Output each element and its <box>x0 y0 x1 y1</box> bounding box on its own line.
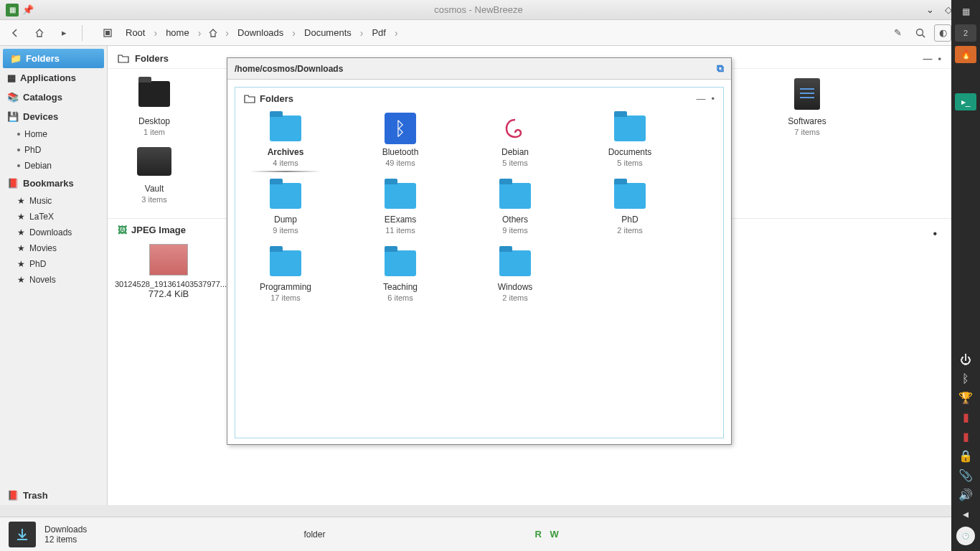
jpeg-thumbnail <box>149 244 188 276</box>
subpanel-path: /home/cosmos/Downloads <box>235 64 343 74</box>
toolbar: ▸ Root › home › › Downloads › Documents … <box>0 20 980 46</box>
subpanel-item-others[interactable]: Others9 items <box>479 179 551 237</box>
folder-icon: 📁 <box>10 53 22 64</box>
svg-point-2 <box>917 29 923 35</box>
subpanel-item-windows[interactable]: Windows2 items <box>479 246 551 305</box>
bluetooth-icon[interactable]: ᛒ <box>962 372 969 385</box>
sidebar-bookmark-phd[interactable]: ★PhD <box>0 256 107 272</box>
sidebar-device-phd[interactable]: PhD <box>0 142 107 158</box>
statusbar: Downloads 12 items folder R W <box>0 517 951 551</box>
jpeg-label: JPEG Image <box>131 225 186 235</box>
sidebar-bookmark-latex[interactable]: ★LaTeX <box>0 209 107 225</box>
home-icon[interactable] <box>204 24 222 42</box>
subpanel-item-debian[interactable]: Debian5 items <box>479 111 551 170</box>
subpanel-item-documents[interactable]: Documents5 items <box>594 111 666 170</box>
trophy-icon[interactable]: 🏆 <box>958 391 973 405</box>
more-icon[interactable]: • <box>933 227 937 240</box>
sidebar-bookmark-novels[interactable]: ★Novels <box>0 272 107 288</box>
jpeg-item[interactable]: 30124528_191361403537977... 772.4 KiB <box>115 244 222 299</box>
window-title: cosmos - NewBreeze <box>33 4 924 15</box>
breadcrumb-downloads[interactable]: Downloads <box>232 24 289 41</box>
more-icon[interactable]: • <box>711 93 715 104</box>
breadcrumb-root[interactable]: Root <box>120 24 151 41</box>
subpanel-folders-label: Folders <box>260 93 293 104</box>
minimize-icon[interactable]: ⌄ <box>924 4 936 16</box>
folder-icon <box>499 183 531 209</box>
subpanel-item-programming[interactable]: Programming17 items <box>250 246 321 305</box>
devices-icon: 💾 <box>7 111 19 122</box>
sidebar-bookmark-downloads[interactable]: ★Downloads <box>0 225 107 240</box>
subpanel-item-bluetooth[interactable]: ᛒBluetooth49 items <box>364 111 436 170</box>
edit-icon[interactable]: ✎ <box>888 24 907 42</box>
debian-icon <box>499 113 531 144</box>
breadcrumb-documents[interactable]: Documents <box>298 24 357 41</box>
folder-icon <box>614 183 646 209</box>
subpanel-item-teaching[interactable]: Teaching6 items <box>364 246 436 305</box>
bluetooth-icon: ᛒ <box>385 113 416 144</box>
collapse-icon[interactable]: — <box>696 93 705 104</box>
sidebar-catalogs[interactable]: 📚 Catalogs <box>0 88 107 107</box>
status-count: 12 items <box>44 534 87 545</box>
breadcrumb-home[interactable]: home <box>160 24 195 41</box>
more-icon[interactable]: • <box>938 53 941 64</box>
item-desktop[interactable]: Desktop 1 item <box>115 76 194 136</box>
dock-flame-icon[interactable]: 🔥 <box>955 46 976 63</box>
root-icon[interactable] <box>98 24 117 42</box>
apps-icon: ▦ <box>7 72 16 83</box>
subpanel: /home/cosmos/Downloads ⧉ Folders — • Arc… <box>227 57 732 445</box>
power-icon[interactable]: ⏻ <box>960 354 971 367</box>
subpanel-item-eexams[interactable]: EExams11 items <box>364 179 436 237</box>
forward-button[interactable]: ▸ <box>55 24 73 42</box>
sidebar: 📁 Folders ▦ Applications 📚 Catalogs 💾 De… <box>0 46 108 505</box>
folder-icon <box>270 250 301 276</box>
item-softwares[interactable]: Softwares 7 items <box>768 76 847 136</box>
folder-icon <box>385 250 416 276</box>
app-icon: ▦ <box>6 4 19 17</box>
status-name: Downloads <box>44 524 87 534</box>
contrast-icon[interactable]: ◐ <box>934 24 951 42</box>
subpanel-item-archives[interactable]: Archives4 items <box>250 111 321 170</box>
sidebar-bookmarks[interactable]: 📕 Bookmarks <box>0 174 107 193</box>
collapse-icon[interactable]: — <box>923 53 932 64</box>
chevron-left-icon[interactable]: ◂ <box>963 507 969 521</box>
image-icon: 🖼 <box>118 225 127 235</box>
battery-icon[interactable]: ▮ <box>963 430 969 443</box>
darkfolder-icon <box>138 81 170 107</box>
sidebar-devices[interactable]: 💾 Devices <box>0 107 107 126</box>
download-icon <box>9 522 36 547</box>
lock-icon[interactable]: 🔒 <box>958 449 973 463</box>
home-button[interactable] <box>30 24 49 42</box>
status-type: folder <box>303 529 325 540</box>
dock-terminal-icon[interactable]: ▸_ <box>955 93 976 110</box>
sidebar-device-debian[interactable]: Debian <box>0 158 107 174</box>
sidebar-folders[interactable]: 📁 Folders <box>3 49 104 68</box>
sidebar-bookmark-movies[interactable]: ★Movies <box>0 240 107 256</box>
sidebar-bookmark-music[interactable]: ★Music <box>0 193 107 209</box>
subpanel-item-phd[interactable]: PhD2 items <box>594 179 666 237</box>
pin-icon[interactable]: 📌 <box>23 5 33 15</box>
sidebar-applications[interactable]: ▦ Applications <box>0 68 107 88</box>
item-vault[interactable]: Vault 3 items <box>115 143 194 204</box>
clock-icon[interactable]: 🕐 <box>956 527 975 545</box>
dock-apps-icon[interactable]: ▦ <box>955 3 976 20</box>
software-icon <box>794 78 820 110</box>
breadcrumb-sep: › <box>154 27 157 39</box>
volume-icon[interactable]: 🔊 <box>958 488 973 501</box>
dock-workspace[interactable]: 2 <box>955 24 976 42</box>
sidebar-trash[interactable]: 📕 Trash <box>7 490 100 501</box>
folder-icon <box>499 250 531 276</box>
notifications-icon[interactable]: ▮ <box>963 410 969 424</box>
catalogs-icon: 📚 <box>7 92 19 103</box>
breadcrumb-pdf[interactable]: Pdf <box>366 24 392 41</box>
sidebar-device-home[interactable]: Home <box>0 126 107 142</box>
popout-icon[interactable]: ⧉ <box>717 62 724 75</box>
back-button[interactable] <box>6 24 24 42</box>
bookmarks-icon: 📕 <box>7 178 19 189</box>
search-icon[interactable] <box>911 24 930 42</box>
bullet-icon <box>17 149 20 151</box>
breadcrumb: Root › home › › Downloads › Documents › … <box>91 24 882 42</box>
attachment-icon[interactable]: 📎 <box>958 468 973 482</box>
trash-icon: 📕 <box>7 490 19 501</box>
subpanel-item-dump[interactable]: Dump9 items <box>250 179 321 237</box>
folder-outline-icon <box>244 94 255 104</box>
